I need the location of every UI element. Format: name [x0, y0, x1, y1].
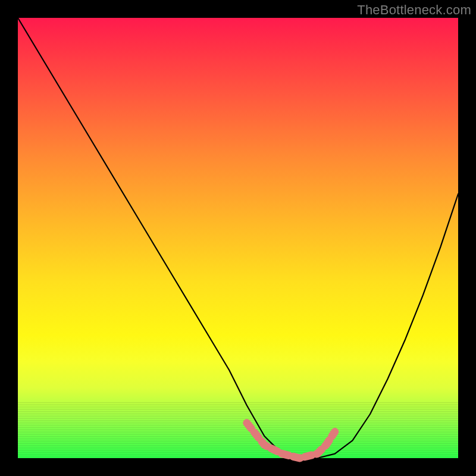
plot-area [18, 18, 458, 458]
watermark-text: TheBottleneck.com [357, 2, 471, 18]
bottleneck-curve-path [18, 18, 458, 458]
chart-frame: TheBottleneck.com [0, 0, 476, 476]
curve-layer [18, 18, 458, 458]
